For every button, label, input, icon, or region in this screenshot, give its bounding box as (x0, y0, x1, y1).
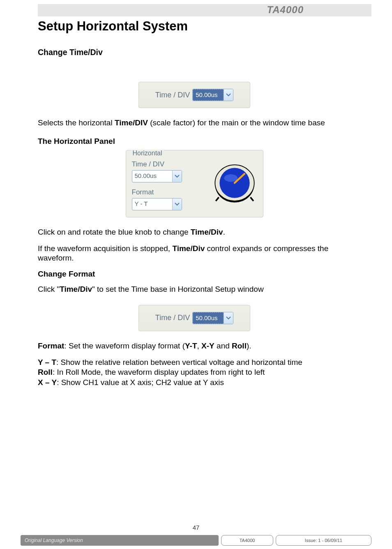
text-bold: Format (38, 341, 64, 350)
text: Click " (38, 285, 60, 293)
text-bold: Time/Div (172, 244, 205, 253)
list-item: Roll: In Roll Mode, the waveform display… (38, 367, 351, 378)
time-div-label-2: Time / DIV (155, 314, 190, 322)
header-bar: TA4000 (38, 4, 371, 16)
text-bold: Time/DIV (115, 118, 148, 127)
footer-original-language: Original Language Version (21, 535, 219, 546)
text: : Set the waveform display format ( (64, 341, 185, 350)
text: , (197, 341, 202, 350)
time-div-select[interactable]: 50.00us (192, 89, 233, 101)
rotate-paragraph: Click on and rotate the blue knob to cha… (38, 227, 351, 237)
click-paragraph: Click "Time/Div" to set the Time base in… (38, 284, 351, 294)
brand-label: TA4000 (267, 4, 304, 16)
chevron-down-icon[interactable] (172, 171, 182, 182)
footer-issue: Issue: 1 - 06/09/11 (276, 535, 371, 546)
change-format-heading: Change Format (38, 270, 351, 279)
text: Selects the horizontal (38, 118, 115, 127)
list-item: X – Y: Show CH1 value at X axis; CH2 val… (38, 378, 351, 388)
selects-paragraph: Selects the horizontal Time/DIV (scale f… (38, 118, 351, 128)
stopped-paragraph: If the waveform acquisition is stopped, … (38, 244, 351, 263)
text: ). (247, 341, 251, 350)
svg-line-5 (216, 197, 219, 201)
text-bold: Time/Div (60, 285, 92, 293)
text: and (214, 341, 232, 350)
list-item-text: : Show the relative relation between ver… (56, 358, 302, 367)
time-div-value-2: 50.00us (193, 312, 224, 324)
text: " to set the Time base in Horizontal Set… (92, 285, 264, 293)
horizontal-panel-legend: Horizontal (131, 150, 164, 157)
chevron-down-icon[interactable] (224, 312, 233, 324)
time-div-widget-1: Time / DIV 50.00us (138, 82, 250, 108)
time-div-knob[interactable] (212, 161, 257, 206)
section-title: Setup Horizontal System (38, 19, 351, 34)
time-div-widget-2: Time / DIV 50.00us (138, 305, 250, 331)
svg-point-3 (224, 174, 238, 182)
time-div-value: 50.00us (193, 89, 224, 101)
change-time-div-heading: Change Time/Div (38, 48, 351, 57)
text: (scale factor) for the main or the windo… (148, 118, 325, 127)
hpanel-time-div-select[interactable]: 50.00us (132, 170, 182, 182)
hpanel-time-div-value: 50.00us (132, 171, 172, 182)
text-bold: X-Y (201, 341, 214, 350)
time-div-select-2[interactable]: 50.00us (192, 312, 233, 324)
text: If the waveform acquisition is stopped, (38, 244, 172, 253)
hpanel-format-select[interactable]: Y - T (132, 198, 182, 210)
time-div-label: Time / DIV (155, 91, 190, 99)
text-bold: Time/Div (191, 228, 223, 236)
text: Click on and rotate the blue knob to cha… (38, 228, 191, 236)
chevron-down-icon[interactable] (224, 89, 233, 101)
footer: Original Language Version TA4000 Issue: … (21, 535, 371, 546)
format-line: Format: Set the waveform display format … (38, 341, 351, 351)
page-number: 47 (0, 524, 392, 531)
horizontal-panel-heading: The Horizontal Panel (38, 137, 351, 146)
list-item-key: Y – T (38, 358, 56, 367)
text: . (223, 228, 225, 236)
list-item: Y – T: Show the relative relation betwee… (38, 358, 351, 368)
svg-line-6 (250, 197, 253, 201)
hpanel-format-value: Y - T (132, 198, 172, 210)
list-item-key: Roll (38, 368, 53, 376)
list-item-text: : Show CH1 value at X axis; CH2 value at… (57, 378, 224, 387)
list-item-key: X – Y (38, 378, 57, 387)
text-bold: Roll (232, 341, 247, 350)
horizontal-panel: Horizontal Time / DIV 50.00us Format Y -… (126, 150, 263, 217)
list-item-text: : In Roll Mode, the waveform display upd… (53, 368, 265, 376)
chevron-down-icon[interactable] (172, 198, 182, 210)
footer-model: TA4000 (221, 535, 273, 546)
format-definitions: Y – T: Show the relative relation betwee… (38, 358, 351, 388)
text-bold: Y-T (185, 341, 197, 350)
